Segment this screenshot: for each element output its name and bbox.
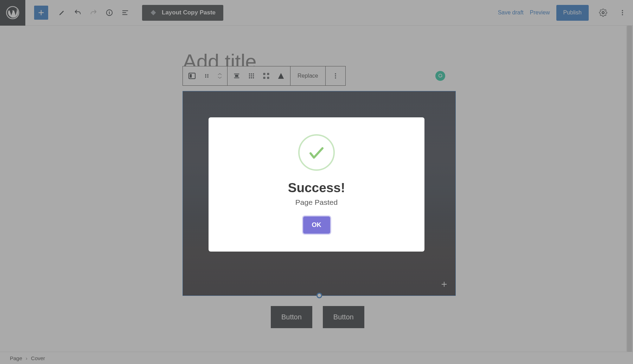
modal-message: Page Pasted <box>295 198 338 207</box>
success-modal: Success! Page Pasted OK <box>209 117 424 252</box>
modal-ok-button[interactable]: OK <box>303 216 330 234</box>
modal-overlay[interactable]: Success! Page Pasted OK <box>0 0 633 364</box>
check-icon <box>306 142 327 163</box>
success-check-circle <box>298 134 335 171</box>
modal-title: Success! <box>288 181 345 195</box>
